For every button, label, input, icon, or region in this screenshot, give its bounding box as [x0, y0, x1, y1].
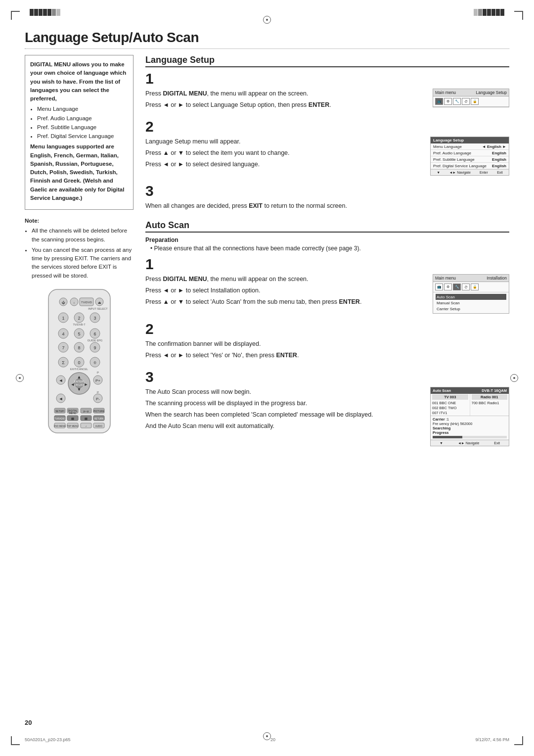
footer-center: 20 [270, 737, 275, 742]
screen-icon-timer: ⏱ [462, 98, 470, 105]
svg-text:P-: P- [96, 397, 100, 401]
as-footer-2: ◄► Navigate [458, 441, 479, 445]
sidebar-list: Menu Language Pref. Audio Language Pref.… [30, 105, 128, 141]
inst-menu-carrierscan: Carrier Setup [436, 306, 506, 312]
as-tv-row-2: 002 BBC TWO [432, 405, 468, 410]
as-step-3-inner: The Auto Scan process will now begin. Th… [145, 387, 509, 446]
as-step-2-area: 2 The confirmation banner will be displa… [145, 322, 509, 362]
ls-row-4: Pref. Digital Service Language English [431, 163, 509, 169]
page-num-bold: 20 [25, 719, 32, 726]
auto-scan-rule [145, 232, 509, 233]
ls-footer: ▼ ◄► Navigate Enter Exit [431, 169, 509, 175]
as-step-3-p4: And the Auto Scan menu will exit automat… [145, 421, 424, 431]
as-footer: ▼ ◄► Navigate Exit [431, 440, 509, 446]
as-progress-label: Progress [433, 430, 449, 435]
svg-text:4: 4 [62, 331, 64, 336]
svg-text:i: i [74, 301, 74, 304]
ls-row-3-label: Pref. Subtitle Language [433, 157, 475, 162]
as-footer-3: Exit [494, 441, 500, 445]
inst-icon-lock: 🔒 [471, 284, 479, 290]
as-step-3-p1: The Auto Scan process will now begin. [145, 387, 424, 397]
inst-header-left: Main menu [435, 276, 456, 281]
lang-step-3-area: 3 When all changes are decided, press EX… [145, 184, 509, 212]
lang-step-2-inner: Language Setup menu will appear. Press ▲… [145, 137, 509, 176]
svg-text:MENU: MENU [69, 412, 76, 415]
note-item-2: You can cancel the scan process at any t… [32, 246, 134, 280]
svg-text:CH LIST: CH LIST [74, 383, 85, 386]
left-column: DIGITAL MENU allows you to make your own… [25, 55, 134, 454]
ls-footer-2: ◄► Navigate [449, 171, 470, 174]
inst-menu-autoscan: Auto Scan [436, 294, 506, 300]
screen-header: Main menu Language Setup [433, 89, 509, 96]
inst-screen-header: Main menu Installation [433, 275, 509, 282]
as-carrier-label: Carrier [433, 417, 445, 422]
as-progress-bar [433, 436, 507, 438]
as-step-1-inner: Press DIGITAL MENU, the menu will appear… [145, 274, 509, 314]
as-carrier-section: Carrier :1 Fre uency (kHz) 562000 Search… [431, 416, 509, 440]
svg-text:⏏: ⏏ [97, 301, 101, 304]
svg-text:◄: ◄ [58, 378, 63, 383]
as-progress-row: Progress [433, 430, 507, 438]
screen-icons: 📺 ⚙ 🔧 ⏱ 🔒 [433, 96, 509, 107]
svg-text:6: 6 [93, 331, 96, 336]
ls-row-2-val: English [492, 151, 506, 155]
corner-mark-br [514, 736, 523, 745]
lang-step-1-area: 1 Press DIGITAL MENU, the menu will appe… [145, 71, 509, 111]
lang-step-2-num: 2 [145, 119, 509, 134]
svg-text:⬛: ⬛ [71, 417, 74, 421]
lang-step-2-text: Language Setup menu will appear. Press ▲… [145, 137, 424, 171]
note-box: Note: All the channels will be deleted b… [25, 217, 134, 280]
svg-text:⬛: ⬛ [85, 417, 88, 421]
sidebar-menu-languages: Menu languages supported are English, Fr… [30, 142, 128, 202]
screen-icon-wrench: 🔧 [453, 98, 461, 105]
svg-text:EXIT/CANCEL: EXIT/CANCEL [70, 368, 88, 371]
ls-row-2-label: Pref. Audio Language [433, 151, 471, 155]
sidebar-item-1: Menu Language [37, 105, 128, 113]
as-step-2-p2: Press ◄ or ► to select 'Yes' or 'No', th… [145, 350, 509, 360]
lang-step-3-num: 3 [145, 184, 509, 198]
svg-text:TOP MENU: TOP MENU [67, 425, 79, 427]
ls-screen-header: Language Setup [431, 137, 509, 143]
footer-left: 50A0201A_p20-23.p65 [25, 737, 71, 742]
as-tv-row-3: 007 ITV1 [432, 410, 468, 415]
as-step-3-p2: The scanning process will be displayed i… [145, 398, 424, 408]
svg-text:P+: P+ [95, 378, 100, 383]
as-searching-row: Searching [433, 426, 507, 430]
inst-menu-manualscan: Manual Scan [436, 300, 506, 306]
as-step-2-inner: The confirmation banner will be displaye… [145, 339, 509, 362]
svg-text:AUDIO: AUDIO [95, 425, 102, 427]
svg-text:9: 9 [93, 345, 96, 350]
screen-icon-tv: 📺 [435, 98, 443, 105]
inst-menu-body: Auto Scan Manual Scan Carrier Setup [433, 292, 509, 313]
as-cols: TV 003 001 BBC ONE 002 BBC TWO 007 ITV1 … [431, 394, 509, 416]
as-freq-row: Fre uency (kHz) 562000 [433, 422, 507, 426]
ls-row-2: Pref. Audio Language English [431, 150, 509, 156]
as-step-1-p1: Press DIGITAL MENU, the menu will appear… [145, 274, 427, 284]
as-step-3-text: The Auto Scan process will now begin. Th… [145, 387, 424, 432]
lang-step-2-p1: Language Setup menu will appear. [145, 137, 424, 146]
as-header-right: DVB-T 16QAM [482, 388, 507, 393]
svg-text:TV/DVB-T: TV/DVB-T [73, 323, 86, 326]
inst-icon-tv: 📺 [435, 284, 443, 290]
as-step-1-p2: Press ◄ or ► to select Installation opti… [145, 285, 427, 295]
header-bars-left [30, 9, 60, 16]
screen-header-left: Main menu [435, 90, 456, 95]
inst-header-right: Installation [487, 276, 507, 281]
svg-text:PICTURE: PICTURE [93, 410, 105, 413]
as-col-radio-header: Radio 001 [472, 394, 508, 400]
ls-footer-1: ▼ [437, 171, 440, 174]
note-item-1: All the channels will be deleted before … [32, 227, 134, 244]
as-step-3-p3: When the search has been completed 'Scan… [145, 410, 424, 420]
remote-control-image: ⏻ i TV/DVD ⏏ INPUT SELECT 1 2 3 [34, 287, 125, 442]
svg-text:5: 5 [78, 331, 80, 336]
ls-row-1-label: Menu Language [433, 144, 462, 149]
tv-num: 003 [450, 395, 456, 399]
svg-text:7: 7 [62, 345, 64, 350]
corner-mark-bl [11, 736, 20, 745]
inst-icon-wrench: 🔧 [453, 284, 461, 290]
svg-text:Σ: Σ [62, 360, 65, 365]
sidebar-info-box: DIGITAL MENU allows you to make your own… [25, 55, 134, 210]
svg-text:P: P [96, 371, 98, 374]
as-col-tv-header: TV 003 [432, 394, 468, 400]
as-step-2-text: The confirmation banner will be displaye… [145, 339, 509, 362]
